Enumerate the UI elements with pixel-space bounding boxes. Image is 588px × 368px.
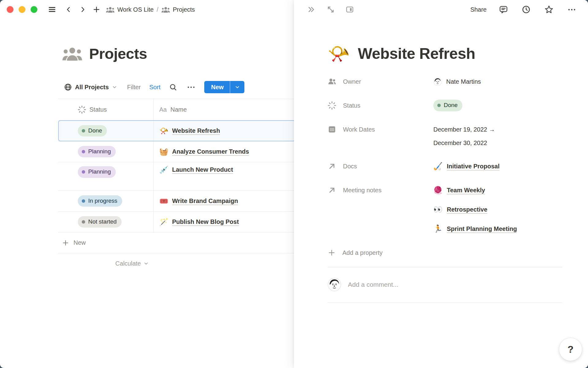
filter-button[interactable]: Filter [127,84,141,91]
peek-controls [306,4,355,15]
page-emoji[interactable]: 📯 [328,45,350,63]
relation-link[interactable]: 👀 Retrospective [433,202,517,217]
plus-icon [328,249,336,257]
favorite-button[interactable] [543,4,555,16]
new-record-button[interactable]: New [204,81,230,93]
name-cell[interactable]: 📯 Website Refresh [154,121,295,141]
property-label-status[interactable]: Status [328,98,433,113]
relation-link[interactable]: 🏑 Initiative Proposal [433,159,499,174]
search-button[interactable] [168,82,178,92]
breadcrumb: Work OS Lite / Projects [106,6,195,13]
forward-button[interactable] [78,5,88,14]
page-link[interactable]: Write Brand Campaign [172,197,238,205]
new-page-button[interactable] [91,4,102,15]
table-row[interactable]: Planning 💉 Launch New Product [58,162,295,191]
property-value-work-dates[interactable]: December 19, 2022 → December 30, 2022 [433,122,495,150]
page-emoji: 🏑 [433,163,443,170]
peek-mode-button[interactable] [344,4,355,15]
add-property-button[interactable]: Add a property [328,245,562,260]
property-label-meeting-notes[interactable]: Meeting notes [328,183,433,197]
calculate-button[interactable]: Calculate [58,253,154,274]
new-record-dropdown-button[interactable] [230,81,244,93]
status-badge: In progress [78,195,122,207]
name-cell[interactable]: 🎟️ Write Brand Campaign [154,191,295,211]
status-spinner-icon [78,105,86,114]
status-cell[interactable]: Planning [58,162,154,190]
page-link[interactable]: Publish New Blog Post [172,218,239,225]
arrow-up-right-icon [328,186,336,194]
page-emoji: 📯 [159,127,168,135]
updates-button[interactable] [520,4,532,15]
relation-link[interactable]: 🏃 Sprint Planning Meeting [433,221,517,236]
more-button[interactable] [566,4,578,15]
status-cell[interactable]: Planning [58,141,154,162]
close-window-button[interactable] [7,6,13,13]
date-range: December 19, 2022 → December 30, 2022 [433,122,495,150]
name-cell[interactable]: 🧺 Analyze Consumer Trends [154,141,295,162]
breadcrumb-separator: / [157,6,159,13]
sidebar-menu-button[interactable] [47,4,58,15]
property-value-status[interactable]: Done [433,98,462,113]
column-header-name[interactable]: Aa Name [154,99,295,120]
chevron-left-icon [65,6,72,13]
comment-row: Add a comment... [328,267,562,302]
page-emoji: 💉 [159,166,168,174]
page-link[interactable]: Analyze Consumer Trends [172,148,249,155]
peek-body: 📯 Website Refresh Owner Nate Martins [328,45,562,303]
peek-actions: Share [470,4,578,16]
help-button[interactable]: ? [559,338,582,361]
comments-icon [499,5,508,14]
property-label-work-dates[interactable]: Work Dates [328,122,433,137]
chevron-down-icon [235,84,240,90]
breadcrumb-page[interactable]: Projects [161,6,195,13]
property-row: Status Done [328,98,562,113]
table-row[interactable]: In progress 🎟️ Write Brand Campaign [58,191,295,212]
name-cell[interactable]: 🪄 Publish New Blog Post [154,212,295,232]
page-link[interactable]: Launch New Product [172,166,233,173]
breadcrumb-label: Projects [173,6,195,13]
team-icon [106,6,115,13]
calendar-icon [328,125,336,134]
property-label-owner[interactable]: Owner [328,74,433,89]
property-value-owner[interactable]: Nate Martins [433,74,481,89]
page-title[interactable]: Projects [89,45,147,62]
comments-button[interactable] [498,4,509,15]
new-row-button[interactable]: New [58,232,295,253]
status-badge: Done [433,100,462,111]
close-peek-button[interactable] [306,4,317,15]
table-row[interactable]: Done 📯 Website Refresh [58,121,295,141]
breadcrumb-label: Work OS Lite [117,6,154,13]
status-cell[interactable]: Not started [58,212,154,232]
status-cell[interactable]: Done [58,121,154,141]
page-emoji: 👀 [433,206,443,213]
column-header-status[interactable]: Status [58,99,154,120]
property-value-meeting-notes: 🧶 Team Weekly 👀 Retrospective 🏃 Sprint P… [433,183,517,236]
zoom-window-button[interactable] [31,6,37,13]
arrow-up-right-icon [328,162,336,171]
view-options-button[interactable] [186,82,196,92]
view-selector[interactable]: All Projects [64,83,117,91]
plus-icon [92,6,100,13]
breadcrumb-workspace[interactable]: Work OS Lite [106,6,154,13]
page-emoji: 🧺 [159,148,168,155]
minimize-window-button[interactable] [19,6,25,13]
comment-input[interactable]: Add a comment... [348,281,562,288]
share-button[interactable]: Share [470,6,487,13]
column-label: Status [89,106,107,113]
left-topbar: Work OS Lite / Projects [0,0,294,19]
relation-link[interactable]: 🧶 Team Weekly [433,183,517,197]
expand-icon [326,5,335,14]
status-cell[interactable]: In progress [58,191,154,211]
property-label-docs[interactable]: Docs [328,159,433,174]
status-badge: Not started [78,216,122,228]
page-link[interactable]: Website Refresh [172,127,220,134]
back-button[interactable] [64,5,74,14]
page-title[interactable]: Website Refresh [358,45,475,63]
more-icon [567,6,576,14]
table-row[interactable]: Planning 🧺 Analyze Consumer Trends [58,141,295,162]
chevron-down-icon [112,84,117,90]
sort-button[interactable]: Sort [149,84,161,91]
name-cell[interactable]: 💉 Launch New Product [154,162,295,190]
table-row[interactable]: Not started 🪄 Publish New Blog Post [58,212,295,232]
open-full-page-button[interactable] [325,4,336,15]
